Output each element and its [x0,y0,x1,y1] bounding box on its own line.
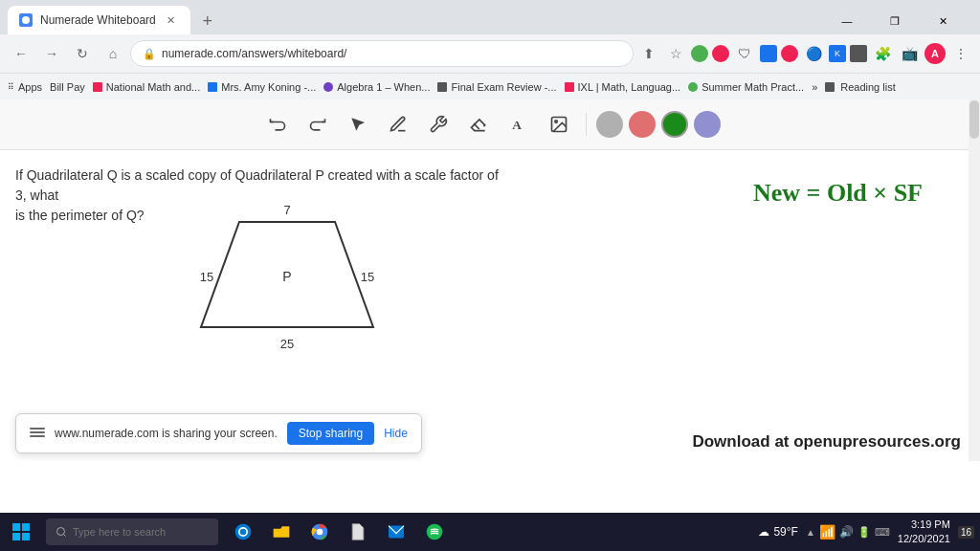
reload-button[interactable]: ↻ [69,40,96,67]
bookmark-finalexam-label: Final Exam Review -... [451,81,556,93]
bookmark-natmath-label: National Math and... [106,81,200,93]
start-button[interactable] [0,513,42,551]
profile-icon[interactable]: A [924,43,946,64]
bookmark-algebra[interactable]: Algebra 1 – When... [323,81,430,93]
window-controls: — ❐ ✕ [825,8,972,34]
extension-icon-7[interactable]: K [829,45,846,62]
taskbar-right: ☁ 59°F ▲ 📶 🔊 🔋 ⌨ 3:19 PM 12/20/2021 16 [758,518,980,547]
close-button[interactable]: ✕ [921,8,965,34]
bookmark-ixl-label: IXL | Math, Languag... [578,81,681,93]
bookmark-billpay[interactable]: Bill Pay [50,81,85,93]
bookmark-algebra-label: Algebra 1 – When... [337,81,430,93]
bookmarks-bar: ⠿ Apps Bill Pay National Math and... Mrs… [0,73,980,99]
extension-icon-6[interactable]: 🔵 [802,42,825,65]
svg-text:15: 15 [200,270,213,284]
maximize-button[interactable]: ❐ [873,8,917,34]
address-bar[interactable]: 🔒 numerade.com/answers/whiteboard/ [130,40,634,67]
redo-button[interactable] [301,107,335,142]
extension-icon-5[interactable] [781,45,798,62]
puzzle-icon[interactable]: 🧩 [871,42,894,65]
search-input[interactable] [73,526,197,538]
eraser-button[interactable] [461,107,496,142]
formula-bottom-text: P= 7 + 15 + 1 [148,456,298,461]
svg-text:7: 7 [283,203,290,217]
svg-point-0 [22,16,30,24]
taskbar-search[interactable] [46,518,218,545]
reading-list[interactable]: Reading list [825,81,895,93]
svg-point-21 [427,524,443,540]
page-content: A If Quadrilateral Q is a scaled copy of… [0,99,980,461]
taskbar-spotify-icon[interactable] [417,513,452,551]
bookmark-summermath[interactable]: Summer Math Pract... [688,81,804,93]
weather-icon: ☁ [758,525,769,539]
windows-icon [12,523,30,540]
wifi-icon[interactable]: 📶 [819,524,835,540]
cast-icon[interactable]: 📺 [898,42,921,65]
tab-close-button[interactable]: ✕ [164,12,179,28]
bookmark-billpay-label: Bill Pay [50,81,85,93]
svg-text:A: A [512,118,522,132]
taskbar-weather[interactable]: ☁ 59°F [758,525,797,539]
taskbar-chrome-icon[interactable] [302,513,337,551]
taskbar-file-explorer-icon[interactable] [264,513,299,551]
share-icon[interactable]: ⬆ [637,42,660,65]
back-button[interactable]: ← [8,40,34,67]
forward-button[interactable]: → [38,40,65,67]
extension-icon-8[interactable] [850,45,867,62]
extension-icon-4[interactable] [760,45,777,62]
bookmark-more[interactable]: » [812,81,817,93]
bookmark-natmath[interactable]: National Math and... [93,81,200,93]
color-purple[interactable] [694,111,721,138]
taskbar: ☁ 59°F ▲ 📶 🔊 🔋 ⌨ 3:19 PM 12/20/2021 16 [0,513,980,551]
pen-button[interactable] [381,107,415,142]
color-red[interactable] [629,111,656,138]
new-tab-button[interactable]: + [194,8,221,34]
tab-bar: Numerade Whiteboard ✕ + — ❐ ✕ [0,0,980,34]
scrollbar-thumb[interactable] [969,100,979,139]
battery-icon[interactable]: 🔋 [858,526,871,539]
svg-rect-11 [22,523,30,531]
color-gray[interactable] [596,111,623,138]
taskbar-mail-icon[interactable] [379,513,413,551]
svg-rect-13 [22,533,30,540]
color-green[interactable] [661,111,688,138]
battery-percent-badge: 16 [958,526,974,539]
svg-point-14 [57,528,65,536]
extension-icon-2[interactable] [712,45,729,62]
hide-button[interactable]: Hide [384,427,408,440]
stop-sharing-button[interactable]: Stop sharing [287,422,374,445]
bookmark-apps[interactable]: ⠿ Apps [8,81,42,93]
undo-button[interactable] [260,107,295,142]
extension-icon-1[interactable] [691,45,708,62]
clock-time: 3:19 PM [898,518,950,532]
search-icon [56,526,67,538]
formula-bottom: P= 7 + 15 + 1 [148,456,298,461]
select-button[interactable] [341,107,375,142]
bookmark-ixl[interactable]: IXL | Math, Languag... [565,81,681,93]
minimize-button[interactable]: — [825,8,869,34]
formula-right: New = Old × SF [753,179,923,208]
image-button[interactable] [542,107,576,142]
network-icon[interactable]: ▲ [806,527,815,538]
bookmark-icon[interactable]: ☆ [664,42,687,65]
bookmark-mrsamy[interactable]: Mrs. Amy Koning -... [208,81,316,93]
right-scrollbar[interactable] [969,99,980,461]
diagram-container: P 7 15 15 25 [182,203,392,360]
toolbar-divider [586,113,587,136]
bookmark-finalexam[interactable]: Final Exam Review -... [437,81,556,93]
bookmark-apps-label: Apps [18,81,42,93]
text-button[interactable]: A [501,107,536,142]
taskbar-clock[interactable]: 3:19 PM 12/20/2021 [898,518,950,547]
home-button[interactable]: ⌂ [100,40,126,67]
bookmark-mrsamy-label: Mrs. Amy Koning -... [221,81,316,93]
extension-icon-3[interactable]: 🛡 [733,42,756,65]
taskbar-cortana-icon[interactable] [226,513,260,551]
menu-button[interactable]: ⋮ [949,42,972,65]
nav-bar: ← → ↻ ⌂ 🔒 numerade.com/answers/whiteboar… [0,34,980,73]
speakers-icon[interactable]: 🔊 [839,525,854,539]
system-tray-icons: ▲ 📶 🔊 🔋 ⌨ [806,524,890,540]
svg-point-3 [554,121,557,122]
active-tab[interactable]: Numerade Whiteboard ✕ [8,6,190,34]
taskbar-files-icon[interactable] [341,513,375,551]
tools-button[interactable] [421,107,456,142]
